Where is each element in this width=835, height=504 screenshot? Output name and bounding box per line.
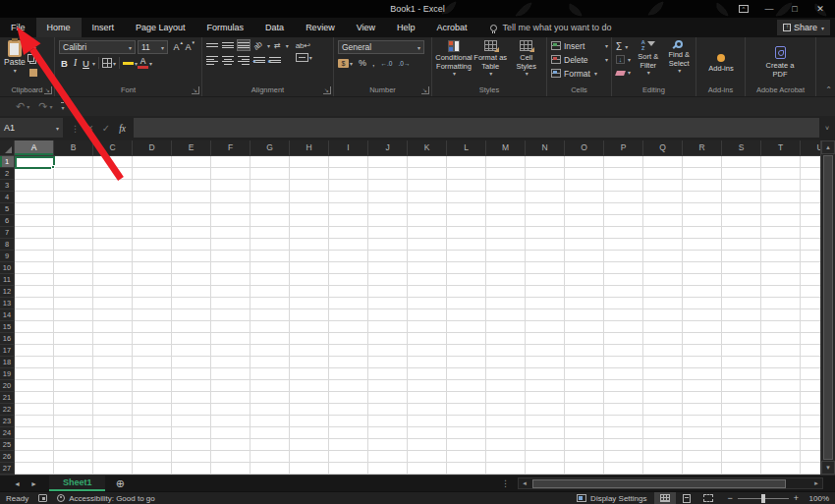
row-header-22[interactable]: 22 <box>0 404 14 416</box>
grid-row-18[interactable] <box>15 357 820 368</box>
copy-button[interactable]: ▾ <box>29 55 42 65</box>
row-header-1[interactable]: 1 <box>0 156 14 168</box>
column-header-q[interactable]: Q <box>643 140 683 155</box>
format-as-table-button[interactable]: Format as Table▾ <box>473 40 508 84</box>
underline-dropdown[interactable]: ▾ <box>92 60 95 67</box>
display-settings-button[interactable]: Display Settings <box>577 494 646 503</box>
wrap-text-button[interactable]: ab↩ <box>296 41 311 50</box>
grid-row-2[interactable] <box>15 168 820 180</box>
column-header-f[interactable]: F <box>211 140 250 155</box>
grid-row-21[interactable] <box>15 392 820 404</box>
undo-button[interactable]: ↶▾ <box>16 100 29 113</box>
select-all-button[interactable] <box>0 140 15 156</box>
column-header-j[interactable]: J <box>368 140 408 155</box>
middle-align-button[interactable] <box>222 40 234 50</box>
row-header-11[interactable]: 11 <box>0 274 14 286</box>
row-header-12[interactable]: 12 <box>0 286 14 298</box>
column-header-n[interactable]: N <box>526 140 565 155</box>
scroll-down-button[interactable]: ▼ <box>821 461 835 475</box>
orientation-button[interactable]: ab <box>251 39 264 52</box>
find-select-button[interactable]: Find & Select▾ <box>666 40 693 84</box>
grid-row-12[interactable] <box>15 286 820 298</box>
decrease-decimal-button[interactable]: .0→ <box>398 60 410 67</box>
grid-row-11[interactable] <box>15 274 820 286</box>
grid-row-25[interactable] <box>15 439 820 451</box>
grid-row-19[interactable] <box>15 368 820 380</box>
next-sheet-button[interactable]: ► <box>30 480 37 487</box>
active-cell-a1[interactable] <box>15 156 55 169</box>
grid-row-20[interactable] <box>15 380 820 392</box>
sort-filter-button[interactable]: AZ Sort & Filter▾ <box>635 40 661 84</box>
grid-row-16[interactable] <box>15 333 820 345</box>
column-header-p[interactable]: P <box>604 140 643 155</box>
column-header-u[interactable]: U <box>801 140 820 155</box>
row-header-4[interactable]: 4 <box>0 192 14 203</box>
grid-row-7[interactable] <box>15 227 820 239</box>
accounting-format-button[interactable]: $▾ <box>338 59 353 68</box>
increase-font-size-button[interactable]: A▴ <box>173 42 180 52</box>
bottom-align-button[interactable] <box>238 40 250 50</box>
row-header-18[interactable]: 18 <box>0 357 14 368</box>
clear-button[interactable]: ▾ <box>616 67 631 78</box>
text-direction-dropdown[interactable]: ▾ <box>286 42 289 49</box>
row-header-9[interactable]: 9 <box>0 251 14 262</box>
font-color-button[interactable]: A <box>138 57 148 69</box>
italic-button[interactable]: I <box>70 58 81 68</box>
zoom-level[interactable]: 100% <box>804 494 829 503</box>
tab-data[interactable]: Data <box>254 18 295 37</box>
scroll-left-button[interactable]: ◄ <box>519 480 530 486</box>
tab-page-layout[interactable]: Page Layout <box>125 18 196 37</box>
number-dialog-launcher[interactable]: ↘ <box>421 86 429 94</box>
column-header-g[interactable]: G <box>250 140 290 155</box>
font-dialog-launcher[interactable]: ↘ <box>192 86 199 94</box>
insert-cells-button[interactable]: Insert▾ <box>551 39 608 52</box>
fill-button[interactable]: ↓▾ <box>616 54 631 65</box>
tab-review[interactable]: Review <box>295 18 346 37</box>
alignment-dialog-launcher[interactable]: ↘ <box>323 86 331 94</box>
horizontal-scroll-thumb[interactable] <box>532 479 786 488</box>
conditional-formatting-button[interactable]: Conditional Formatting▾ <box>436 40 472 84</box>
column-header-s[interactable]: S <box>722 140 761 155</box>
scroll-right-button[interactable]: ► <box>810 480 822 486</box>
delete-cells-button[interactable]: Delete▾ <box>551 53 608 66</box>
column-header-t[interactable]: T <box>761 140 801 155</box>
grid-row-23[interactable] <box>15 416 820 427</box>
redo-button[interactable]: ↷▾ <box>38 100 52 113</box>
row-header-23[interactable]: 23 <box>0 416 14 427</box>
column-header-r[interactable]: R <box>683 140 722 155</box>
row-header-8[interactable]: 8 <box>0 239 14 251</box>
column-header-b[interactable]: B <box>54 140 93 155</box>
increase-indent-button[interactable]: ▸ <box>269 55 281 65</box>
clipboard-dialog-launcher[interactable]: ↘ <box>44 86 52 94</box>
zoom-slider-thumb[interactable] <box>761 494 765 503</box>
sheet-tab-sheet1[interactable]: Sheet1 <box>49 476 106 491</box>
tab-help[interactable]: Help <box>386 18 426 37</box>
macro-record-icon[interactable] <box>38 494 47 502</box>
number-format-combo[interactable]: General▾ <box>338 40 424 54</box>
customize-qat-button[interactable]: ▾ <box>61 102 64 111</box>
format-painter-button[interactable] <box>29 68 42 78</box>
merge-center-button[interactable]: ▾ <box>296 53 312 62</box>
row-header-10[interactable]: 10 <box>0 262 14 274</box>
tab-home[interactable]: Home <box>36 18 82 37</box>
row-header-6[interactable]: 6 <box>0 215 14 227</box>
cut-button[interactable]: ✂ <box>29 42 42 52</box>
enter-button[interactable]: ✓ <box>102 123 110 134</box>
grid-row-1[interactable] <box>15 156 820 168</box>
normal-view-button[interactable] <box>654 492 676 504</box>
grid-row-24[interactable] <box>15 427 820 439</box>
fill-color-button[interactable] <box>123 61 134 65</box>
row-header-13[interactable]: 13 <box>0 298 14 309</box>
row-header-3[interactable]: 3 <box>0 180 14 192</box>
zoom-slider[interactable] <box>738 498 789 499</box>
decrease-font-size-button[interactable]: A▾ <box>185 42 192 52</box>
insert-function-button[interactable]: fx <box>119 124 126 134</box>
row-header-15[interactable]: 15 <box>0 321 14 333</box>
grid-row-27[interactable] <box>15 463 820 475</box>
namebox-splitter[interactable]: ⋮ <box>71 124 79 134</box>
cell-styles-button[interactable]: Cell Styles▾ <box>510 40 544 84</box>
tab-insert[interactable]: Insert <box>82 18 126 37</box>
tab-formulas[interactable]: Formulas <box>196 18 255 37</box>
align-left-button[interactable] <box>206 54 218 67</box>
grid-row-3[interactable] <box>15 180 820 192</box>
